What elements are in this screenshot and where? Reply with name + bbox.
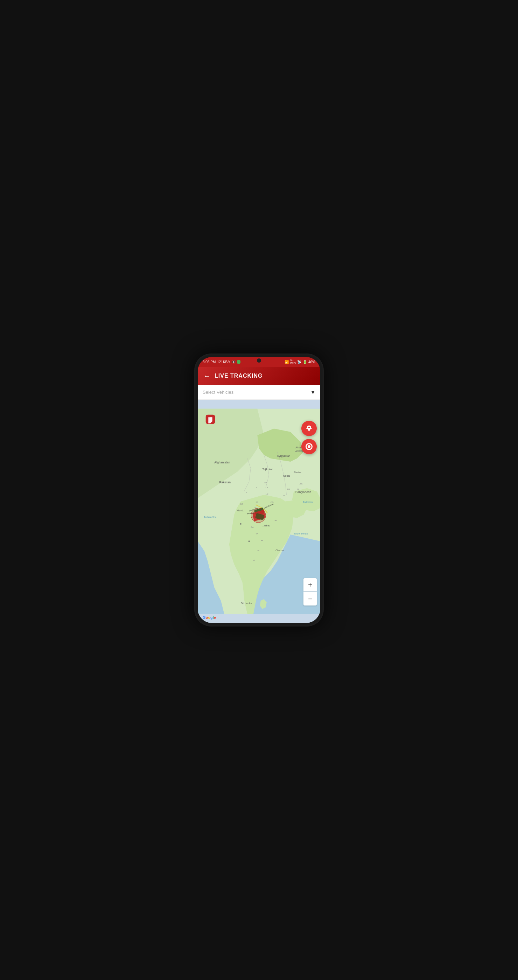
data-speed: 121KB/s	[217, 360, 230, 364]
svg-text:Andaman: Andaman	[303, 501, 313, 503]
svg-text:Tajikistan: Tajikistan	[262, 468, 273, 471]
svg-text:PB: PB	[256, 501, 259, 503]
svg-text:KL: KL	[253, 559, 256, 562]
svg-text:AP: AP	[261, 539, 264, 541]
map-svg: Afghanistan Pakistan Kyrgyzstan Tajikist…	[198, 400, 320, 623]
svg-text:Afghanistan: Afghanistan	[214, 461, 230, 464]
battery-percent: 46%	[308, 360, 315, 364]
svg-text:Chennai: Chennai	[275, 549, 284, 552]
signal-icon: 📶	[284, 360, 289, 364]
svg-point-38	[248, 540, 250, 542]
dropdown-arrow-icon: ▼	[310, 390, 315, 395]
phone-frame: 3:06 PM 121KB/s 🔇 📶 VoWiFi 📡 🔋 46% ←	[194, 353, 324, 627]
wifi-icon: 📡	[297, 360, 301, 364]
zoom-in-button[interactable]: +	[303, 578, 317, 592]
map-container[interactable]: Afghanistan Pakistan Kyrgyzstan Tajikist…	[198, 400, 320, 623]
svg-text:Arabian Sea: Arabian Sea	[204, 516, 217, 519]
svg-text:RJ: RJ	[246, 492, 248, 493]
svg-text:BR: BR	[287, 488, 290, 490]
select-vehicles-label: Select Vehicles	[203, 390, 234, 395]
svg-text:Nepal: Nepal	[283, 474, 290, 477]
zoom-out-button[interactable]: −	[303, 592, 317, 606]
record-inner-icon	[305, 443, 313, 450]
svg-text:KA: KA	[256, 533, 259, 535]
time-display: 3:06 PM	[203, 360, 216, 364]
svg-text:Bay of Bengal: Bay of Bengal	[294, 532, 308, 535]
svg-text:Bangladesh: Bangladesh	[296, 490, 311, 494]
svg-text:HP: HP	[264, 482, 267, 484]
record-dot	[308, 445, 310, 448]
svg-text:JH: JH	[282, 495, 284, 496]
svg-text:UP: UP	[265, 493, 269, 495]
svg-text:NL: NL	[297, 488, 300, 490]
status-left: 3:06 PM 121KB/s 🔇	[203, 360, 240, 364]
zoom-controls: + −	[303, 578, 317, 606]
svg-text:Sri Lanka: Sri Lanka	[241, 601, 253, 605]
svg-text:Mumb...: Mumb...	[237, 509, 245, 512]
svg-text:GJ: GJ	[240, 503, 243, 505]
svg-text:GA: GA	[251, 526, 253, 528]
svg-text:TN: TN	[257, 549, 259, 552]
top-bar: ← LIVE TRACKING	[198, 367, 320, 385]
location-button[interactable]	[301, 421, 317, 436]
svg-text:J-: J-	[256, 487, 257, 488]
svg-text:Kyrgyzstan: Kyrgyzstan	[277, 454, 290, 457]
phone-screen: 3:06 PM 121KB/s 🔇 📶 VoWiFi 📡 🔋 46% ←	[198, 357, 320, 623]
record-button[interactable]	[301, 439, 317, 454]
g-letter-4: g	[210, 615, 213, 619]
status-bar: 3:06 PM 121KB/s 🔇 📶 VoWiFi 📡 🔋 46%	[198, 357, 320, 367]
vo-wifi-label: VoWiFi	[290, 359, 296, 365]
select-vehicles-bar[interactable]: Select Vehicles ▼	[198, 385, 320, 400]
battery-icon: 🔋	[303, 360, 307, 364]
svg-point-37	[240, 523, 242, 525]
status-right: 📶 VoWiFi 📡 🔋 46%	[284, 359, 315, 365]
camera-notch	[257, 358, 261, 363]
svg-text:UK: UK	[265, 487, 269, 488]
google-logo: Google	[203, 615, 216, 619]
app-dot-icon	[237, 360, 240, 364]
g-letter-6: e	[214, 615, 216, 619]
svg-text:OR: OR	[274, 519, 277, 522]
mute-icon: 🔇	[232, 360, 235, 364]
svg-text:...rabad: ...rabad	[262, 524, 270, 527]
svg-text:Pakistan: Pakistan	[219, 480, 230, 484]
svg-text:Bhutan: Bhutan	[294, 471, 302, 474]
back-button[interactable]: ←	[203, 372, 210, 380]
g-letter-1: G	[203, 615, 206, 619]
page-title: LIVE TRACKING	[215, 373, 262, 379]
svg-text:AR: AR	[300, 483, 302, 485]
